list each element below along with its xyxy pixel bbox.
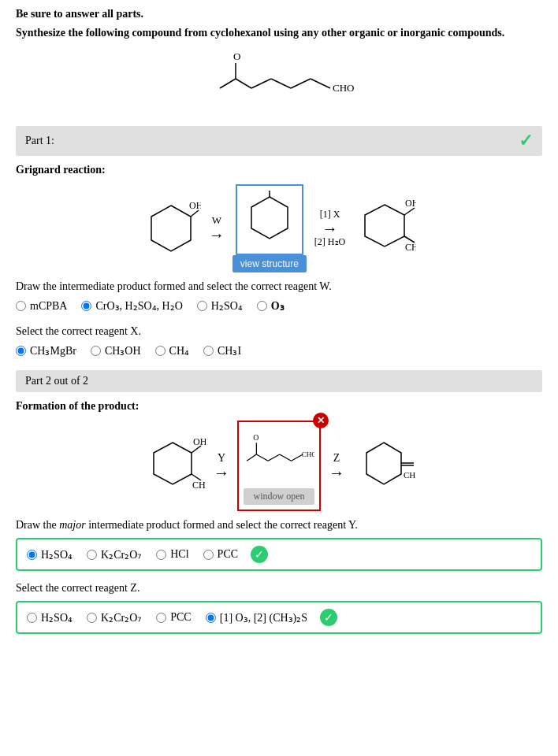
- reagent-x-label-2: CH₄: [169, 344, 189, 358]
- svg-line-10: [191, 210, 199, 217]
- reagent-z-radio-0[interactable]: [27, 613, 37, 623]
- cyclohexanol-structure: OH: [142, 199, 201, 258]
- svg-marker-33: [366, 443, 401, 484]
- reagent-z-radio-2[interactable]: [156, 613, 166, 623]
- reagent-x-radio-2[interactable]: [155, 346, 166, 356]
- y-arrow: Y →: [214, 452, 229, 480]
- reagent-z-label-3: [1] O₃, [2] (CH₃)₂S: [220, 611, 307, 624]
- reagent-y-option-1[interactable]: K₂Cr₂O₇: [87, 548, 142, 561]
- svg-line-6: [291, 79, 311, 88]
- part2-label: Part 2 out of 2: [25, 375, 88, 387]
- reagent-z-option-0[interactable]: H₂SO₄: [27, 611, 73, 624]
- target-compound-svg: O CHO: [192, 47, 366, 110]
- reagent-w-label-3: O₃: [271, 299, 285, 313]
- step1-label: [1] X: [320, 209, 340, 220]
- reagent-y-label-1: K₂Cr₂O₇: [101, 548, 142, 561]
- reagent-y-radio-2[interactable]: [156, 550, 166, 560]
- major-italic: major: [59, 519, 85, 531]
- reagent-x-option-3[interactable]: CH₃I: [203, 344, 241, 358]
- w-arrow: W →: [209, 214, 225, 243]
- cyclohexanone-structure: O: [242, 191, 297, 246]
- reagent-z-group: H₂SO₄ K₂Cr₂O₇ PCC [1] O₃, [2] (CH₃)₂S: [27, 611, 307, 624]
- reagent-w-radio-2[interactable]: [197, 301, 207, 311]
- reagent-w-option-1[interactable]: CrO₃, H₂SO₄, H₂O: [81, 299, 182, 313]
- reagent-w-option-2[interactable]: H₂SO₄: [197, 299, 243, 313]
- reagent-w-radio-3[interactable]: [257, 301, 267, 311]
- w-label: W: [212, 214, 221, 227]
- svg-text:CHO: CHO: [404, 470, 415, 480]
- svg-line-4: [251, 79, 271, 88]
- svg-text:OH: OH: [405, 198, 416, 209]
- reagent-z-label-1: K₂Cr₂O₇: [101, 611, 142, 624]
- cyclohexanone-box: O: [236, 184, 303, 255]
- grignard-product-structure: OH CH₃: [353, 197, 416, 260]
- reagent-x-label-1: CH₃OH: [105, 344, 141, 358]
- svg-text:CHO: CHO: [302, 450, 314, 458]
- svg-marker-15: [365, 205, 404, 246]
- reagent-y-group: H₂SO₄ K₂Cr₂O₇ HCl PCC: [27, 548, 238, 561]
- svg-line-2: [220, 79, 236, 88]
- svg-marker-9: [151, 206, 191, 251]
- close-button[interactable]: ✕: [313, 413, 329, 428]
- z-arrow: Z →: [329, 452, 344, 480]
- cyclohexanone-container: O view structure: [232, 184, 307, 272]
- reagent-w-option-0[interactable]: mCPBA: [16, 300, 67, 313]
- reagent-w-option-3[interactable]: O₃: [257, 299, 285, 313]
- reagent-z-option-2[interactable]: PCC: [156, 611, 191, 624]
- svg-line-28: [256, 454, 268, 461]
- svg-text:OH: OH: [193, 436, 206, 447]
- reagent-x-radio-3[interactable]: [203, 346, 214, 356]
- instruction-line2: Synthesize the following compound from c…: [16, 27, 542, 39]
- svg-line-29: [268, 454, 280, 461]
- reagent-w-label-0: mCPBA: [30, 300, 67, 313]
- instruction-line1: Be sure to answer all parts.: [16, 8, 542, 20]
- intermediate-structure-svg: O CHO: [244, 427, 314, 482]
- formation-reaction-row: OH CH₃ Y → ✕ O CHO window open Z →: [16, 421, 542, 511]
- svg-text:O: O: [253, 433, 259, 442]
- reagent-x-option-0[interactable]: CH₃MgBr: [16, 344, 76, 358]
- part1-header: Part 1: ✓: [16, 126, 542, 156]
- reagent-y-label-2: HCl: [170, 548, 188, 561]
- formation-title: Formation of the product:: [16, 400, 542, 413]
- reagent-z-label-0: H₂SO₄: [41, 611, 73, 624]
- reagent-y-radio-3[interactable]: [203, 550, 214, 560]
- svg-line-16: [404, 208, 415, 215]
- z-label: Z: [333, 452, 340, 465]
- reagent-y-option-2[interactable]: HCl: [156, 548, 188, 561]
- grignard-title: Grignard reaction:: [16, 164, 542, 176]
- svg-text:CH₃: CH₃: [192, 480, 206, 491]
- arrow-right-2: →: [322, 220, 338, 236]
- reagent-y-label-3: PCC: [218, 548, 238, 561]
- svg-line-27: [247, 454, 256, 461]
- reagent-x-group: CH₃MgBr CH₃OH CH₄ CH₃I: [16, 344, 542, 358]
- reagent-w-radio-0[interactable]: [16, 301, 26, 311]
- reagent-w-group: mCPBA CrO₃, H₂SO₄, H₂O H₂SO₄ O₃: [16, 299, 542, 313]
- svg-marker-12: [251, 197, 288, 239]
- select-z-label: Select the correct reagent Z.: [16, 582, 542, 595]
- reagent-x-radio-1[interactable]: [91, 346, 101, 356]
- reagent-w-label-1: CrO₃, H₂SO₄, H₂O: [95, 299, 182, 313]
- arrow-right-3: →: [214, 465, 229, 480]
- target-compound: O CHO: [16, 47, 542, 113]
- draw-w-instruction: Draw the intermediate product formed and…: [16, 280, 542, 293]
- reagent-z-option-3[interactable]: [1] O₃, [2] (CH₃)₂S: [206, 611, 307, 624]
- step2-label: [2] H₂O: [314, 236, 345, 248]
- reagent-y-correct-box: H₂SO₄ K₂Cr₂O₇ HCl PCC ✓: [16, 538, 542, 571]
- reagent-y-radio-0[interactable]: [27, 550, 37, 560]
- reagent-z-option-1[interactable]: K₂Cr₂O₇: [87, 611, 142, 624]
- reagent-x-label-0: CH₃MgBr: [30, 344, 76, 358]
- reagent-z-radio-1[interactable]: [87, 613, 97, 623]
- reagent-w-radio-1[interactable]: [81, 301, 91, 311]
- reagent-y-option-0[interactable]: H₂SO₄: [27, 548, 73, 561]
- reagent-x-option-1[interactable]: CH₃OH: [91, 344, 141, 358]
- reagent-z-radio-3[interactable]: [206, 613, 216, 623]
- formation-reactant-structure: OH CH₃: [143, 435, 206, 498]
- reagent-y-label-0: H₂SO₄: [41, 548, 73, 561]
- reagent-x-radio-0[interactable]: [16, 346, 26, 356]
- draw-y-instruction: Draw the major intermediate product form…: [16, 519, 542, 532]
- reagent-y-option-3[interactable]: PCC: [203, 548, 238, 561]
- view-structure-button[interactable]: view structure: [232, 255, 307, 272]
- part2-header: Part 2 out of 2: [16, 370, 542, 392]
- reagent-x-option-2[interactable]: CH₄: [155, 344, 189, 358]
- reagent-y-radio-1[interactable]: [87, 550, 97, 560]
